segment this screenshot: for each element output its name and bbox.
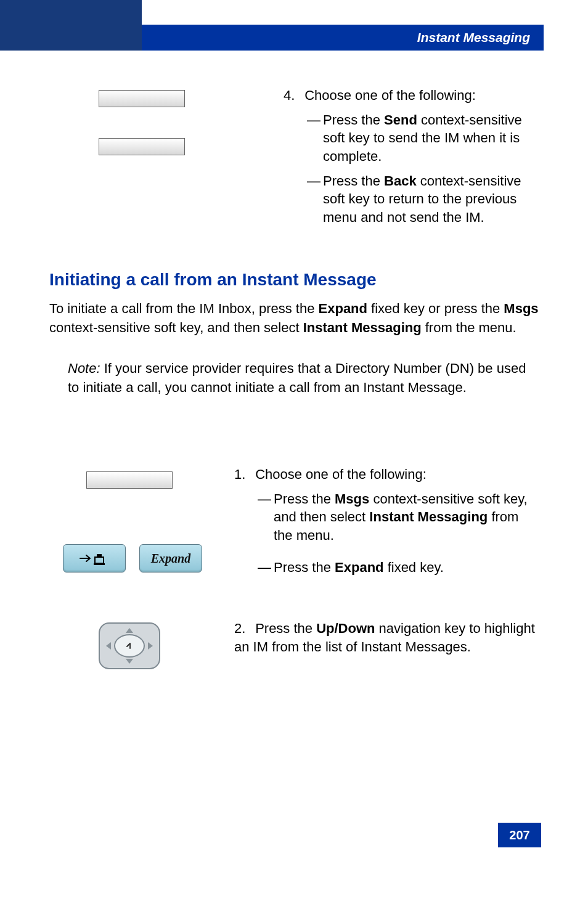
header-title: Instant Messaging [417,30,530,45]
step-2-left-col [49,619,210,672]
navpad-icon [96,619,163,672]
step-4-text: 4. Choose one of the following: — Press … [284,86,539,227]
step-4-sub-2: — Press the Back context-sensitive soft … [307,172,539,227]
section-heading: Initiating a call from an Instant Messag… [49,270,539,290]
expand-label-button: Expand [139,544,202,573]
step-2-text: 2. Press the Up/Down navigation key to h… [234,619,539,656]
step-1-row: Expand 1. Choose one of the following: —… [49,465,539,576]
step-1-lead: 1. Choose one of the following: [234,465,539,484]
left-margin-bar [0,0,142,51]
expand-arrow-icon [79,550,110,566]
step-2-row: 2. Press the Up/Down navigation key to h… [49,619,539,672]
expand-hwbuttons: Expand [63,544,210,573]
expand-arrow-button [63,544,126,573]
svg-rect-0 [95,557,104,563]
step-1-text: 1. Choose one of the following: — Press … [234,465,539,576]
svg-rect-2 [94,563,105,565]
back-softkey-box [99,138,185,155]
step-1-sub-2: — Press the Expand fixed key. [258,558,539,577]
step-1-left-col: Expand [49,465,210,573]
svg-rect-1 [97,554,102,558]
content-area: 4. Choose one of the following: — Press … [49,86,539,672]
step-4-row: 4. Choose one of the following: — Press … [49,86,539,227]
page: Instant Messaging 4. Choose one of the f… [0,0,588,909]
step-1-sub-1: — Press the Msgs context-sensitive soft … [258,490,539,545]
step-4-lead: 4. Choose one of the following: [284,86,539,105]
note-paragraph: Note: If your service provider requires … [68,359,539,397]
page-number: 207 [498,823,541,847]
softkey-illustration-col [49,86,259,155]
step-4-sub-1: — Press the Send context-sensitive soft … [307,111,539,166]
send-softkey-box [99,90,185,107]
msgs-softkey-box [86,471,173,489]
header-bar: Instant Messaging [142,25,544,51]
intro-paragraph: To initiate a call from the IM Inbox, pr… [49,300,539,338]
